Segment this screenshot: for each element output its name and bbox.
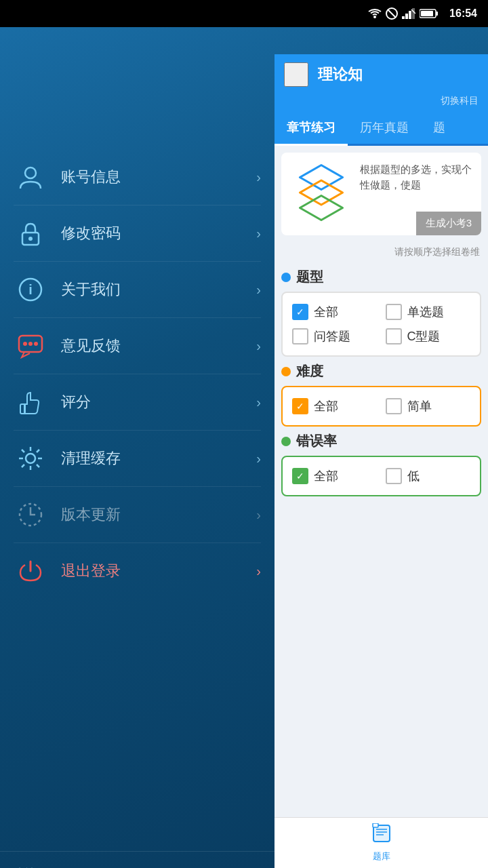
contact-info: 咨询QQ：4008915321 xyxy=(0,851,274,868)
account-label: 账号信息 xyxy=(61,167,256,187)
difficulty-row-1: 全部 简单 xyxy=(292,394,470,418)
update-label: 版本更新 xyxy=(61,505,256,525)
panel-tabs: 章节练习 历年真题 题 xyxy=(274,111,488,146)
svg-rect-6 xyxy=(412,8,415,19)
type-c-checkbox[interactable] xyxy=(386,328,402,344)
type-single-checkbox[interactable] xyxy=(386,304,402,320)
generate-button[interactable]: 生成小考3 xyxy=(416,212,481,235)
sidebar-item-rating[interactable]: 评分 › xyxy=(0,374,274,430)
cache-label: 清理缓存 xyxy=(61,448,256,469)
error-all-checkbox[interactable] xyxy=(292,468,308,484)
difficulty-easy-item: 简单 xyxy=(386,398,471,414)
svg-marker-24 xyxy=(300,180,343,205)
difficulty-title: 难度 xyxy=(281,362,481,380)
lock-icon xyxy=(14,216,47,250)
power-icon xyxy=(14,554,47,588)
logout-label: 退出登录 xyxy=(61,561,256,581)
difficulty-box: 全部 简单 xyxy=(281,386,481,427)
error-row-1: 全部 低 xyxy=(292,464,470,488)
error-rate-box: 全部 低 xyxy=(281,456,481,496)
svg-point-0 xyxy=(373,16,376,18)
error-rate-label: 错误率 xyxy=(296,432,337,450)
svg-point-13 xyxy=(28,237,33,241)
difficulty-easy-checkbox[interactable] xyxy=(386,398,402,414)
cache-arrow: › xyxy=(256,451,261,467)
password-label: 修改密码 xyxy=(61,223,256,243)
right-panel: 理论知 切换科目 章节练习 历年真题 题 xyxy=(274,54,488,868)
svg-rect-10 xyxy=(421,11,433,16)
difficulty-all-item: 全部 xyxy=(292,398,378,414)
error-all-label: 全部 xyxy=(314,468,338,484)
type-qa-label: 问答题 xyxy=(314,328,350,344)
error-low-item: 低 xyxy=(386,468,471,484)
sidebar-item-account[interactable]: 账号信息 › xyxy=(0,149,274,205)
feature-description: 根据题型的多选，实现个性做题，使题 xyxy=(360,162,472,193)
error-low-label: 低 xyxy=(407,468,420,484)
logout-arrow: › xyxy=(256,564,261,579)
svg-marker-25 xyxy=(300,196,343,220)
info-icon: i xyxy=(14,273,47,307)
type-single-item: 单选题 xyxy=(386,304,471,320)
status-icons xyxy=(368,7,439,20)
question-type-section: 题型 全部 单选题 xyxy=(281,268,481,357)
type-all-checkbox[interactable] xyxy=(292,304,308,320)
type-qa-checkbox[interactable] xyxy=(292,328,308,344)
about-label: 关于我们 xyxy=(61,279,256,300)
question-bank-icon xyxy=(371,823,392,848)
type-all-item: 全部 xyxy=(292,304,378,320)
difficulty-label: 难度 xyxy=(296,362,323,380)
difficulty-easy-label: 简单 xyxy=(407,398,432,414)
sidebar-item-password[interactable]: 修改密码 › xyxy=(0,205,274,261)
bottom-tab-bar: 题库 xyxy=(274,817,488,868)
battery-icon xyxy=(420,9,439,18)
svg-rect-4 xyxy=(405,14,408,19)
blocked-icon xyxy=(386,7,398,20)
error-rate-title: 错误率 xyxy=(281,432,481,450)
rating-arrow: › xyxy=(256,395,261,410)
sidebar-item-about[interactable]: i 关于我们 › xyxy=(0,262,274,317)
rating-label: 评分 xyxy=(61,392,256,412)
question-bank-label: 题库 xyxy=(373,850,390,863)
update-arrow: › xyxy=(256,507,261,523)
svg-text:i: i xyxy=(28,282,33,297)
feedback-icon xyxy=(14,329,47,363)
sidebar-item-update[interactable]: 版本更新 › xyxy=(0,487,274,542)
sidebar-item-cache[interactable]: 清理缓存 › xyxy=(0,431,274,486)
svg-point-19 xyxy=(34,342,38,346)
feedback-arrow: › xyxy=(256,338,261,354)
thumbsup-icon xyxy=(14,385,47,419)
status-bar: 16:54 xyxy=(0,0,488,27)
svg-rect-3 xyxy=(402,16,405,19)
type-dot xyxy=(281,273,291,282)
tab-history[interactable]: 历年真题 xyxy=(348,111,421,144)
hamburger-button[interactable] xyxy=(284,62,308,87)
update-icon xyxy=(14,498,47,532)
gear-icon xyxy=(14,441,47,475)
type-qa-item: 问答题 xyxy=(292,328,378,344)
account-icon xyxy=(14,160,47,194)
account-arrow: › xyxy=(256,170,261,185)
sidebar: 账号信息 › 修改密码 › i xyxy=(0,54,274,868)
question-type-box: 全部 单选题 问答题 C型 xyxy=(281,292,481,357)
difficulty-all-checkbox[interactable] xyxy=(292,398,308,414)
tab-chapter[interactable]: 章节练习 xyxy=(274,111,348,144)
error-all-item: 全部 xyxy=(292,468,378,484)
instruction-text: 请按顺序选择组卷维 xyxy=(274,242,488,262)
tab-question-bank[interactable]: 题库 xyxy=(274,823,488,863)
wifi-icon xyxy=(368,8,382,19)
password-arrow: › xyxy=(256,226,261,241)
question-type-label: 题型 xyxy=(296,268,323,286)
error-low-checkbox[interactable] xyxy=(386,468,402,484)
sidebar-item-logout[interactable]: 退出登录 › xyxy=(0,543,274,599)
svg-line-2 xyxy=(388,9,396,18)
type-c-label: C型题 xyxy=(407,328,441,344)
panel-content: 根据题型的多选，实现个性做题，使题 生成小考3 请按顺序选择组卷维 题型 全部 xyxy=(274,146,488,817)
svg-point-17 xyxy=(23,342,27,346)
svg-point-18 xyxy=(28,342,33,346)
feature-card: 根据题型的多选，实现个性做题，使题 生成小考3 xyxy=(281,153,481,235)
tab-more[interactable]: 题 xyxy=(421,111,458,144)
error-rate-dot xyxy=(281,437,291,446)
sidebar-item-feedback[interactable]: 意见反馈 › xyxy=(0,318,274,374)
panel-subtitle: 切换科目 xyxy=(274,95,488,111)
type-c-item: C型题 xyxy=(386,328,471,344)
